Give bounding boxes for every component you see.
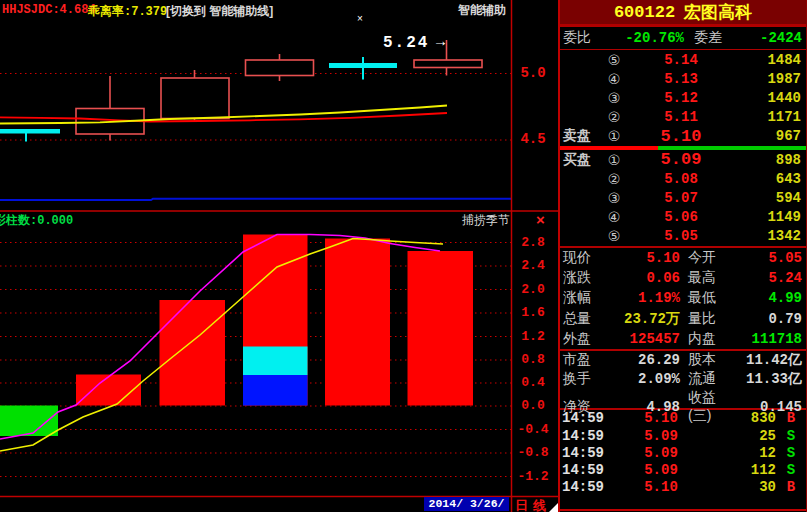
fundamental-row: 净资4.98收益(三)0.145 (560, 389, 806, 408)
field-label: 总量 (560, 310, 600, 328)
level-number: ③ (600, 90, 628, 106)
cross-marker-icon: × (357, 13, 363, 24)
ask-row[interactable]: ③5.121440 (560, 88, 806, 107)
tick-price: 5.10 (608, 410, 714, 426)
level-number: ⑤ (600, 52, 628, 68)
main-price-chart[interactable] (0, 40, 511, 200)
indicator-axis-label: 1.6 (512, 305, 554, 320)
field-value: 5.24 (738, 270, 806, 286)
field-label: 最高 (680, 269, 738, 287)
quote-detail-row: 现价5.10今开5.05 (560, 248, 806, 268)
annotation-arrow-icon: → (433, 32, 448, 49)
ask-price: 5.13 (628, 71, 734, 87)
ask-price: 5.10 (628, 127, 734, 146)
candle-body (246, 60, 314, 76)
ask-price: 5.12 (628, 90, 734, 106)
field-value: 0.06 (600, 270, 680, 286)
ask-volume: 1440 (734, 90, 806, 106)
tick-price: 5.09 (608, 428, 714, 444)
tick-row[interactable]: 14:595.10830B (560, 410, 806, 427)
smart-assist-button[interactable]: 智能辅助 (458, 2, 506, 19)
tick-volume: 112 (714, 462, 776, 478)
trading-app-window: HHJSJDC:4.684 乖离率:7.379 [切换到 智能辅助线] 智能辅助… (0, 0, 807, 512)
candle-body (414, 60, 482, 68)
tick-price: 5.09 (608, 445, 714, 461)
level-number: ② (600, 171, 628, 187)
switch-assist-line-button[interactable]: [切换到 智能辅助线] (166, 3, 273, 20)
bid-price: 5.05 (628, 228, 734, 244)
price-axis-label: 4.5 (512, 131, 554, 147)
field-label: 现价 (560, 249, 600, 267)
divider (560, 509, 806, 511)
tick-time: 14:59 (560, 479, 608, 495)
sub-chart-close-icon[interactable]: × (536, 211, 545, 228)
indicator-axis-label: -0.8 (512, 445, 554, 460)
field-label: 市盈 (560, 351, 600, 369)
tick-row[interactable]: 14:595.09112S (560, 461, 806, 478)
indicator-axis-label: 0.8 (512, 352, 554, 367)
period-daily-button[interactable]: 日线 (515, 497, 551, 512)
field-value: 11.42亿 (738, 351, 806, 369)
candle-down (329, 57, 397, 80)
field-label: 最低 (680, 289, 738, 307)
tick-row[interactable]: 14:595.0912S (560, 444, 806, 461)
indicator-sub-chart[interactable] (0, 235, 511, 477)
field-label: 涨幅 (560, 289, 600, 307)
field-value: 111718 (738, 331, 806, 347)
candle-body (329, 63, 397, 68)
bid-levels: 买盘①5.09898②5.08643③5.07594④5.061149⑤5.05… (560, 150, 806, 246)
order-book-panel: 600122 宏图高科 委比 -20.76% 委差 -2424 ⑤5.14148… (558, 0, 807, 512)
level-number: ④ (600, 71, 628, 87)
tick-row[interactable]: 14:595.0925S (560, 427, 806, 444)
bid-volume: 643 (734, 171, 806, 187)
bid-row[interactable]: ④5.061149 (560, 208, 806, 227)
ask-row[interactable]: ⑤5.141484 (560, 50, 806, 69)
tick-row[interactable]: 14:595.1030B (560, 479, 806, 496)
field-label: 量比 (680, 310, 738, 328)
tick-trade-list: 14:595.10830B14:595.0925S14:595.0912S14:… (560, 410, 806, 496)
stock-title-bar[interactable]: 600122 宏图高科 (560, 0, 806, 24)
ask-levels: ⑤5.141484④5.131987③5.121440②5.111171卖盘①5… (560, 50, 806, 146)
ask-row[interactable]: ④5.131987 (560, 69, 806, 88)
bid-price: 5.07 (628, 190, 734, 206)
field-label: 外盘 (560, 330, 600, 348)
stock-code: 600122 (614, 3, 675, 22)
chart-canvas[interactable] (0, 0, 558, 512)
tick-volume: 25 (714, 428, 776, 444)
tick-volume: 830 (714, 410, 776, 426)
tick-direction: B (776, 410, 806, 426)
field-value: 26.29 (600, 352, 680, 368)
fundamental-details: 市盈26.29股本11.42亿换手2.09%流通11.33亿净资4.98收益(三… (560, 351, 806, 408)
bid-row[interactable]: ⑤5.051342 (560, 227, 806, 246)
field-value: 0.79 (738, 311, 806, 327)
ask-volume: 1171 (734, 109, 806, 125)
ask-row[interactable]: ②5.111171 (560, 108, 806, 127)
indicator-axis-label: 0.4 (512, 375, 554, 390)
bid-price: 5.09 (628, 150, 734, 169)
indicator-bar (76, 375, 141, 406)
candle-up (76, 76, 144, 141)
indicator-bar (0, 406, 58, 437)
ask-price: 5.11 (628, 109, 734, 125)
tick-price: 5.09 (608, 462, 714, 478)
tick-time: 14:59 (560, 462, 608, 478)
level-number: ⑤ (600, 228, 628, 244)
weicha-value: -2424 (742, 30, 806, 46)
indicator-bar-segment (243, 375, 308, 406)
bid-row[interactable]: 买盘①5.09898 (560, 150, 806, 169)
tick-price: 5.10 (608, 479, 714, 495)
level-number: ② (600, 109, 628, 125)
ask-row[interactable]: 卖盘①5.10967 (560, 127, 806, 146)
indicator-bar-segment (243, 347, 308, 376)
bid-volume: 1149 (734, 209, 806, 225)
bid-row[interactable]: ③5.07594 (560, 188, 806, 207)
field-label: 股本 (680, 351, 738, 369)
tick-direction: S (776, 445, 806, 461)
indicator-axis-label: 1.2 (512, 329, 554, 344)
quote-detail-row: 涨跌0.06最高5.24 (560, 268, 806, 288)
bid-row[interactable]: ②5.08643 (560, 169, 806, 188)
quote-detail-row: 总量23.72万量比0.79 (560, 308, 806, 328)
candle-up (246, 54, 314, 81)
candle-up (161, 70, 229, 121)
bid-price: 5.06 (628, 209, 734, 225)
